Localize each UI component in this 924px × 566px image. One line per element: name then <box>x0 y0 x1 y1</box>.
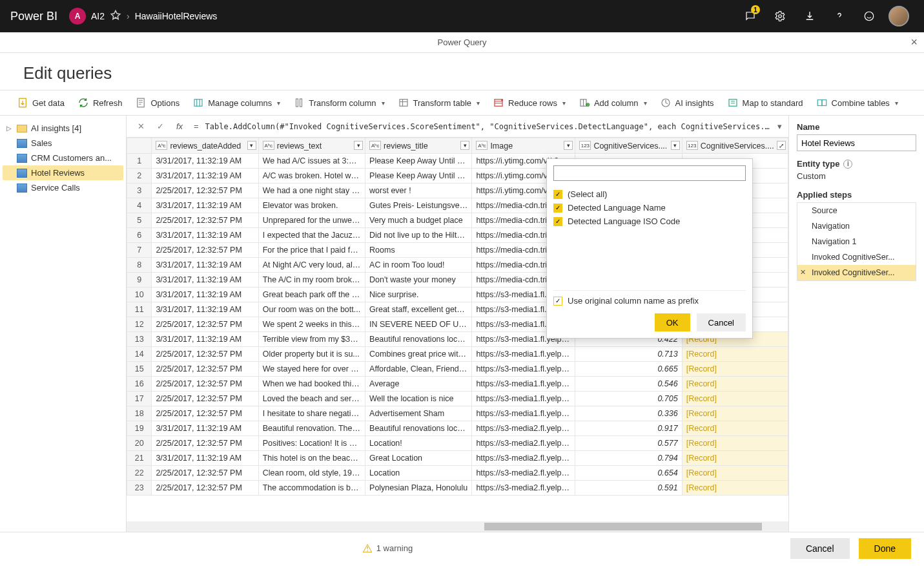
cell[interactable]: https://s3-media2.fl.yelpcd... <box>472 435 575 450</box>
cell[interactable]: 2/25/2017, 12:32:57 PM <box>152 242 258 257</box>
select-all-option[interactable]: ✓(Select all) <box>553 187 746 201</box>
query-item[interactable]: Service Calls <box>3 180 123 195</box>
cell[interactable]: 2/25/2017, 12:32:57 PM <box>152 183 258 198</box>
cell[interactable]: I hesitate to share negative... <box>258 406 365 421</box>
cell[interactable]: We had A/C issues at 3:30 ... <box>258 153 365 168</box>
cell[interactable]: Did not live up to the Hilto... <box>365 227 472 242</box>
column-filter-icon[interactable]: ▾ <box>460 141 469 150</box>
cell[interactable]: https://s3-media2.fl.yelpcd... <box>472 421 575 435</box>
warning-indicator[interactable]: ⚠ 1 warning <box>362 541 413 556</box>
formula-text[interactable]: Table.AddColumn(#"Invoked CognitiveServi… <box>205 122 774 131</box>
workspace-name[interactable]: AI2 <box>91 11 105 21</box>
footer-cancel-button[interactable]: Cancel <box>790 538 850 559</box>
help-button[interactable] <box>825 0 854 32</box>
reduce-rows-button[interactable]: Reduce rows▾ <box>488 94 571 111</box>
cell[interactable]: Rooms <box>365 242 472 257</box>
cell[interactable]: 2/25/2017, 12:32:57 PM <box>152 213 258 227</box>
transform-column-button[interactable]: Transform column▾ <box>288 94 389 111</box>
applied-step[interactable]: Invoked CognitiveSer... <box>797 249 916 265</box>
download-button[interactable] <box>795 0 825 32</box>
applied-step[interactable]: Navigation <box>797 218 916 234</box>
cell[interactable]: A/C was broken. Hotel was... <box>258 168 365 183</box>
cell[interactable]: This hotel is on the beach ... <box>258 450 365 465</box>
cell[interactable]: Beautiful renovation. The h... <box>258 421 365 435</box>
cell[interactable]: Don't waste your money <box>365 272 472 287</box>
cell[interactable]: Terrible view from my $300... <box>258 331 365 346</box>
cell[interactable]: Positives: Location! It is on ... <box>258 435 365 450</box>
notifications-button[interactable]: 1 <box>735 0 765 32</box>
options-button[interactable]: Options <box>130 94 185 111</box>
cell[interactable]: 3/31/2017, 11:32:19 AM <box>152 257 258 272</box>
close-icon[interactable]: × <box>910 36 918 49</box>
table-row[interactable]: 193/31/2017, 11:32:19 AMBeautiful renova… <box>127 421 788 435</box>
table-row[interactable]: 142/25/2017, 12:32:57 PMOlder property b… <box>127 346 788 361</box>
cell[interactable]: https://s3-media1.fl.yelpcd... <box>472 406 575 421</box>
table-row[interactable]: 172/25/2017, 12:32:57 PMLoved the beach … <box>127 391 788 406</box>
cell[interactable]: 0.577 <box>575 435 682 450</box>
cell[interactable]: https://s3-media2.fl.yelpcd... <box>472 450 575 465</box>
cell[interactable]: 3/31/2017, 11:32:19 AM <box>152 198 258 213</box>
cell[interactable]: worst ever ! <box>365 183 472 198</box>
cell[interactable]: IN SEVERE NEED OF UPDA... <box>365 317 472 331</box>
cell[interactable]: Gutes Preis- Leistungsverh... <box>365 198 472 213</box>
cell[interactable]: 2/25/2017, 12:32:57 PM <box>152 435 258 450</box>
cell[interactable]: The accommodation is bas... <box>258 480 365 495</box>
cell[interactable]: When we had booked this ... <box>258 376 365 391</box>
cell[interactable]: Great Location <box>365 450 472 465</box>
cell[interactable]: 3/31/2017, 11:32:19 AM <box>152 153 258 168</box>
cell[interactable]: https://s3-media1.fl.yelpcd... <box>472 346 575 361</box>
use-prefix-option[interactable]: ✓Use original column name as prefix <box>553 290 746 306</box>
cell[interactable]: [Record] <box>682 450 788 465</box>
cell[interactable]: Location <box>365 465 472 480</box>
cancel-formula-icon[interactable]: ✕ <box>133 120 149 134</box>
applied-step[interactable]: Source <box>797 203 916 218</box>
cell[interactable]: [Record] <box>682 465 788 480</box>
cell[interactable]: Location! <box>365 435 472 450</box>
cell[interactable]: Polynesian Plaza, Honolulu <box>365 480 472 495</box>
cell[interactable]: AC in room Too loud! <box>365 257 472 272</box>
combine-tables-button[interactable]: Combine tables▾ <box>811 94 903 111</box>
horizontal-scrollbar[interactable] <box>127 521 788 532</box>
cell[interactable]: https://s3-media2.fl.yelpcd... <box>472 465 575 480</box>
cancel-button[interactable]: Cancel <box>697 313 746 331</box>
cell[interactable]: Please Keep Away Until Co... <box>365 153 472 168</box>
info-icon[interactable]: i <box>843 160 852 169</box>
cell[interactable]: 2/25/2017, 12:32:57 PM <box>152 465 258 480</box>
column-header[interactable]: Aᵇcreviews_title▾ <box>365 138 472 154</box>
cell[interactable]: Elevator was broken. <box>258 198 365 213</box>
cell[interactable]: 0.591 <box>575 480 682 495</box>
cell[interactable]: Unprepared for the unwelc... <box>258 213 365 227</box>
column-filter-icon[interactable]: ▾ <box>247 141 256 150</box>
cell[interactable]: Beautiful renovations locat... <box>365 421 472 435</box>
cell[interactable]: [Record] <box>682 361 788 376</box>
cell[interactable]: I expected that the Jacuzzi ... <box>258 227 365 242</box>
applied-step[interactable]: ✕Invoked CognitiveSer... <box>797 265 916 280</box>
cell[interactable]: [Record] <box>682 391 788 406</box>
scrollbar-thumb[interactable] <box>484 523 763 530</box>
cell[interactable]: Advertisement Sham <box>365 406 472 421</box>
cell[interactable]: 0.794 <box>575 450 682 465</box>
cell[interactable]: Average <box>365 376 472 391</box>
query-item[interactable]: CRM Customers an... <box>3 151 123 165</box>
option-detected-language-name[interactable]: ✓Detected Language Name <box>553 201 746 215</box>
query-name-input[interactable] <box>797 134 916 151</box>
cell[interactable]: Great staff, excellent getaw... <box>365 302 472 317</box>
cell[interactable]: 2/25/2017, 12:32:57 PM <box>152 480 258 495</box>
feedback-button[interactable] <box>854 0 884 32</box>
cell[interactable]: The A/C in my room broke... <box>258 272 365 287</box>
expand-formula-icon[interactable]: ▾ <box>777 121 782 131</box>
cell[interactable]: Clean room, old style, 196... <box>258 465 365 480</box>
column-header[interactable]: Aᵇcreviews_text▾ <box>258 138 365 154</box>
query-item[interactable]: Hotel Reviews <box>3 165 123 180</box>
cell[interactable]: Older property but it is su... <box>258 346 365 361</box>
cell[interactable]: For the price that I paid for... <box>258 242 365 257</box>
cell[interactable]: https://s3-media1.fl.yelpcd... <box>472 376 575 391</box>
cell[interactable]: [Record] <box>682 406 788 421</box>
cell[interactable]: Very much a budget place <box>365 213 472 227</box>
cell[interactable]: 0.665 <box>575 361 682 376</box>
table-row[interactable]: 182/25/2017, 12:32:57 PMI hesitate to sh… <box>127 406 788 421</box>
delete-step-icon[interactable]: ✕ <box>800 268 806 277</box>
column-header[interactable]: 123CognitiveServices....⤢ <box>682 138 788 154</box>
cell[interactable]: We stayed here for over a ... <box>258 361 365 376</box>
cell[interactable]: 2/25/2017, 12:32:57 PM <box>152 391 258 406</box>
